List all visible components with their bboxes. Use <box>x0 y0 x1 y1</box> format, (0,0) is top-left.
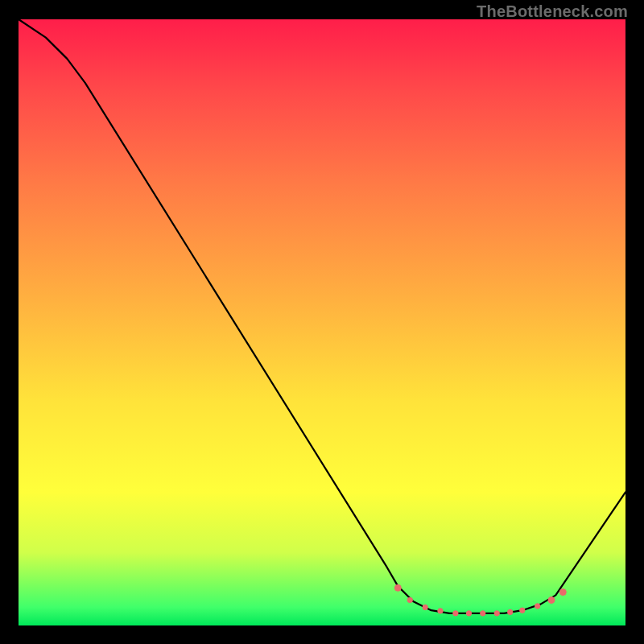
curve-marker <box>407 597 412 602</box>
curve-marker <box>394 584 401 591</box>
curve-marker <box>548 597 555 603</box>
curve-marker <box>481 611 485 616</box>
chart-svg <box>19 19 625 625</box>
curve-marker <box>535 604 540 609</box>
curve-marker <box>520 608 525 613</box>
curve-marker <box>559 589 566 596</box>
curve-marker <box>453 611 458 616</box>
chart-plot-area <box>19 19 625 625</box>
curve-marker <box>508 609 513 614</box>
curve-marker <box>494 611 499 616</box>
curve-markers <box>394 584 566 616</box>
curve-marker <box>438 609 443 613</box>
curve-marker <box>423 605 427 609</box>
attribution-label: TheBottleneck.com <box>477 2 628 21</box>
bottleneck-curve <box>19 19 625 613</box>
curve-marker <box>466 611 471 616</box>
